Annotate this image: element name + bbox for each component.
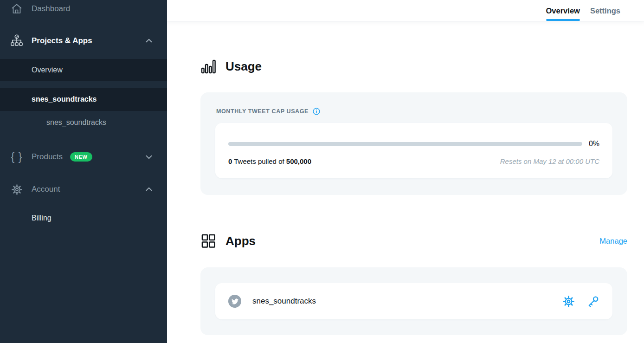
apps-card: snes_soundtracks (200, 267, 627, 335)
chevron-down-icon (144, 152, 154, 162)
tweet-cap-label: MONTHLY TWEET CAP USAGE (216, 108, 309, 115)
twitter-avatar-icon (228, 295, 241, 308)
manage-link[interactable]: Manage (599, 237, 627, 246)
sidebar-item-products[interactable]: { } Products NEW (0, 146, 167, 168)
sidebar-item-app-snes-soundtracks[interactable]: snes_soundtracks (0, 111, 167, 134)
page-tabs-header: Overview Settings (167, 0, 644, 21)
info-icon[interactable] (312, 107, 321, 116)
apps-section-heading: Apps Manage (200, 233, 627, 249)
sidebar-item-label: Account (32, 185, 60, 194)
tweet-cap-label-row: MONTHLY TWEET CAP USAGE (216, 107, 612, 116)
tab-overview[interactable]: Overview (546, 0, 580, 21)
apps-title: Apps (225, 234, 256, 248)
sidebar-item-label: Dashboard (32, 4, 70, 13)
bar-chart-icon (200, 58, 216, 74)
sitemap-icon (9, 34, 24, 48)
tweet-cap-progress-row: 0% (228, 140, 599, 148)
main-area: Overview Settings Usage MONTHLY TWEET CA… (167, 0, 644, 343)
tweet-cap-meta-row: 0 Tweets pulled of 500,000 Resets on May… (228, 157, 599, 165)
sidebar-item-account[interactable]: Account (0, 179, 167, 200)
sidebar-item-label: Products (32, 152, 63, 162)
grid-icon (200, 233, 216, 249)
sidebar-item-label: Projects & Apps (32, 36, 92, 45)
gear-icon (9, 184, 24, 195)
app-settings-gear-icon[interactable] (562, 295, 575, 308)
sidebar-item-billing[interactable]: Billing (0, 208, 167, 228)
sidebar-item-project-snes-soundtracks[interactable]: snes_soundtracks (0, 88, 167, 111)
sidebar-item-dashboard[interactable]: Dashboard (0, 0, 167, 18)
app-list-item: snes_soundtracks (215, 283, 612, 319)
usage-title: Usage (225, 59, 262, 74)
chevron-up-icon (144, 36, 154, 46)
sidebar-item-label: Overview (32, 66, 63, 74)
tweet-cap-card: MONTHLY TWEET CAP USAGE 0% (200, 92, 627, 195)
sidebar-item-label: snes_soundtracks (32, 95, 97, 104)
app-name: snes_soundtracks (252, 297, 316, 306)
tab-settings[interactable]: Settings (590, 0, 620, 21)
app-keys-icon[interactable] (587, 295, 599, 308)
new-badge: NEW (70, 152, 92, 162)
content: Usage MONTHLY TWEET CAP USAGE (167, 21, 644, 343)
tweet-cap-percent: 0% (589, 140, 599, 148)
sidebar-item-label: Billing (32, 214, 52, 222)
usage-section-heading: Usage (200, 58, 627, 74)
tweet-cap-progressbar (228, 142, 582, 146)
home-icon (9, 3, 24, 15)
sidebar-item-projects-apps[interactable]: Projects & Apps (0, 31, 167, 51)
sidebar: Dashboard Projects & Apps Overv (0, 0, 167, 343)
reset-date-text: Resets on May 12 at 00:00 UTC (500, 157, 599, 165)
tweet-cap-inner-card: 0% 0 Tweets pulled of 500,000 Resets on … (215, 123, 612, 178)
tweets-pulled-text: 0 Tweets pulled of 500,000 (228, 157, 311, 165)
app-actions (562, 295, 599, 308)
sidebar-item-label: snes_soundtracks (46, 118, 106, 127)
chevron-up-icon (144, 184, 154, 194)
braces-icon: { } (9, 152, 24, 162)
sidebar-item-overview[interactable]: Overview (0, 59, 167, 81)
